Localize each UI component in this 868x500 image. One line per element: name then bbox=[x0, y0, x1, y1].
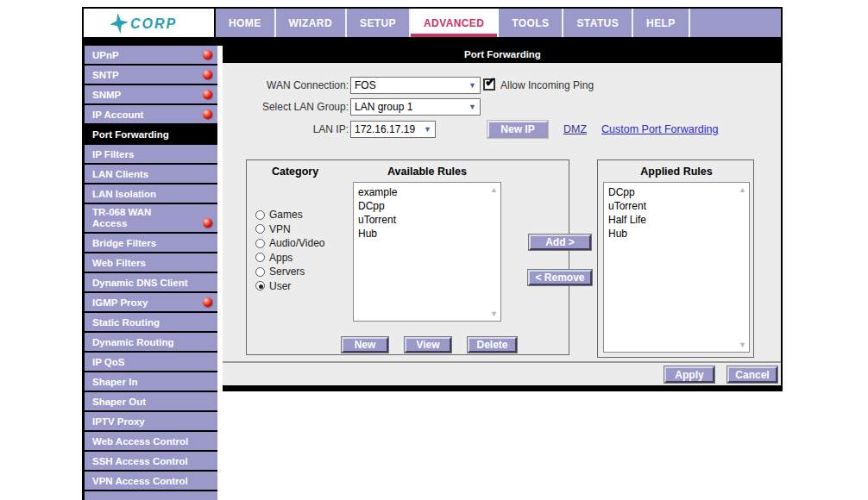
sidebar-item-shaper-out[interactable]: Shaper Out bbox=[85, 392, 217, 412]
nav-tab-wizard[interactable]: WIZARD bbox=[276, 9, 347, 37]
new-ip-button[interactable]: New IP bbox=[487, 121, 548, 138]
scroll-up-icon[interactable]: ▲ bbox=[739, 185, 746, 194]
sidebar-item-bridge-filters[interactable]: Bridge Filters bbox=[85, 234, 217, 253]
nav-tab-home[interactable]: HOME bbox=[216, 9, 276, 37]
sidebar-item-iptv-proxy[interactable]: IPTV Proxy bbox=[85, 412, 217, 432]
sidebar-item-web-access-control[interactable]: Web Access Control bbox=[85, 432, 217, 452]
sidebar-item-lan-isolation[interactable]: LAN Isolation bbox=[85, 184, 217, 204]
radio-vpn[interactable]: VPN bbox=[255, 222, 325, 237]
sidebar-item-dynamic-routing[interactable]: Dynamic Routing bbox=[85, 333, 217, 353]
top-nav-bar: CORP HOMEWIZARDSETUPADVANCEDTOOLSSTATUSH… bbox=[82, 7, 783, 39]
sidebar-item-label: Shaper In bbox=[92, 377, 137, 387]
radio-button-icon bbox=[255, 239, 265, 248]
category-panel: Category Available Rules GamesVPNAudio/V… bbox=[246, 159, 569, 355]
sidebar-item-label: Web Access Control bbox=[92, 436, 188, 447]
rule-item[interactable]: Half Life bbox=[604, 213, 749, 227]
allow-ping-label: Allow Incoming Ping bbox=[500, 79, 621, 91]
sidebar-item-label: Web Filters bbox=[92, 258, 146, 268]
sidebar-item-dynamic-dns-client[interactable]: Dynamic DNS Client bbox=[85, 273, 217, 293]
nav-tab-label: SETUP bbox=[360, 17, 396, 29]
nav-tab-label: STATUS bbox=[576, 17, 619, 29]
radio-audio-video[interactable]: Audio/Video bbox=[255, 236, 325, 251]
sidebar-item-sntp[interactable]: SNTP bbox=[85, 66, 217, 85]
sidebar-item-web-filters[interactable]: Web Filters bbox=[85, 253, 217, 273]
radio-apps[interactable]: Apps bbox=[255, 251, 325, 266]
sidebar-item-ip-qos[interactable]: IP QoS bbox=[85, 353, 217, 372]
sidebar-item-shaper-in[interactable]: Shaper In bbox=[85, 372, 217, 392]
sidebar-item-lan-clients[interactable]: LAN Clients bbox=[85, 165, 217, 184]
radio-games[interactable]: Games bbox=[255, 208, 325, 222]
dmz-link[interactable]: DMZ bbox=[563, 123, 587, 135]
category-heading: Category bbox=[247, 166, 343, 178]
applied-rules-listbox[interactable]: DCppuTorrentHalf LifeHub ▲ ▼ bbox=[603, 182, 750, 353]
sidebar-item-label: IP QoS bbox=[92, 357, 125, 367]
lan-group-value: LAN group 1 bbox=[355, 101, 465, 113]
new-rule-button[interactable]: New bbox=[342, 337, 388, 353]
page-title: Port Forwarding bbox=[223, 46, 783, 63]
lan-group-select[interactable]: LAN group 1 ▼ bbox=[350, 98, 481, 116]
rule-item[interactable]: Hub bbox=[354, 227, 500, 241]
cancel-button[interactable]: Cancel bbox=[727, 366, 777, 383]
sidebar-item-port-forwarding[interactable]: Port Forwarding bbox=[85, 125, 217, 145]
view-rule-button[interactable]: View bbox=[405, 337, 451, 353]
sidebar-item-tr-068-wan-access[interactable]: TR-068 WAN Access bbox=[85, 204, 217, 234]
page: CORP HOMEWIZARDSETUPADVANCEDTOOLSSTATUSH… bbox=[0, 0, 868, 500]
custom-port-forwarding-link[interactable]: Custom Port Forwarding bbox=[601, 123, 718, 135]
add-rule-button[interactable]: Add > bbox=[529, 234, 591, 250]
allow-ping-checkbox[interactable]: ✔ bbox=[483, 78, 495, 91]
delete-rule-button[interactable]: Delete bbox=[468, 337, 517, 353]
chevron-down-icon: ▼ bbox=[420, 125, 431, 134]
sidebar-item-label: IP Account bbox=[92, 109, 143, 120]
available-rules-listbox[interactable]: exampleDCppuTorrentHub ▲ ▼ bbox=[353, 182, 501, 322]
sidebar-item-ip-account[interactable]: IP Account bbox=[85, 105, 217, 125]
sidebar-item-ip-filters[interactable]: IP Filters bbox=[85, 145, 217, 165]
sidebar-item-snmp[interactable]: SNMP bbox=[85, 85, 217, 105]
scroll-down-icon[interactable]: ▼ bbox=[490, 309, 498, 318]
sidebar-item-ssh-access-control[interactable]: SSH Access Control bbox=[85, 452, 217, 472]
sidebar: UPnPSNTPSNMPIP AccountPort ForwardingIP … bbox=[82, 46, 217, 500]
nav-tab-advanced[interactable]: ADVANCED bbox=[411, 9, 499, 37]
sidebar-item-static-routing[interactable]: Static Routing bbox=[85, 313, 217, 333]
radio-button-icon bbox=[255, 281, 265, 291]
rule-item[interactable]: example bbox=[354, 183, 500, 199]
chevron-down-icon: ▼ bbox=[465, 103, 476, 111]
radio-servers[interactable]: Servers bbox=[255, 265, 325, 279]
wan-connection-select[interactable]: FOS ▼ bbox=[350, 77, 481, 94]
rule-item[interactable]: Hub bbox=[604, 227, 749, 241]
radio-button-icon bbox=[255, 253, 265, 262]
footer-divider bbox=[223, 361, 781, 363]
lan-ip-select[interactable]: 172.16.17.19 ▼ bbox=[350, 121, 436, 138]
scroll-up-icon[interactable]: ▲ bbox=[490, 185, 498, 194]
sidebar-filler bbox=[85, 491, 217, 500]
sidebar-item-label: LAN Isolation bbox=[92, 189, 156, 199]
radio-label: User bbox=[269, 280, 291, 292]
sidebar-item-upnp[interactable]: UPnP bbox=[85, 46, 217, 66]
wan-connection-value: FOS bbox=[355, 79, 465, 91]
wan-connection-label: WAN Connection: bbox=[223, 79, 349, 91]
checkmark-icon: ✔ bbox=[485, 74, 496, 90]
lan-ip-value: 172.16.17.19 bbox=[355, 123, 420, 135]
remove-rule-button[interactable]: < Remove bbox=[528, 270, 592, 285]
applied-rules-heading: Applied Rules bbox=[598, 166, 755, 178]
apply-button[interactable]: Apply bbox=[664, 366, 714, 383]
nav-tab-setup[interactable]: SETUP bbox=[347, 9, 411, 37]
sidebar-item-vpn-access-control[interactable]: VPN Access Control bbox=[85, 472, 217, 491]
radio-user[interactable]: User bbox=[255, 279, 325, 294]
alert-icon bbox=[203, 297, 212, 307]
sidebar-item-igmp-proxy[interactable]: IGMP Proxy bbox=[85, 293, 217, 313]
sidebar-item-label: Port Forwarding bbox=[92, 129, 169, 140]
lan-ip-label: LAN IP: bbox=[223, 123, 349, 135]
rule-item[interactable]: DCpp bbox=[604, 183, 749, 199]
sidebar-item-label: IPTV Proxy bbox=[92, 416, 145, 427]
scroll-down-icon[interactable]: ▼ bbox=[739, 341, 746, 349]
radio-label: Apps bbox=[269, 252, 292, 264]
nav-tab-help[interactable]: HELP bbox=[633, 9, 690, 37]
rule-item[interactable]: uTorrent bbox=[354, 213, 500, 227]
rule-item[interactable]: DCpp bbox=[354, 199, 500, 213]
radio-label: Servers bbox=[269, 266, 305, 278]
sidebar-item-label: IGMP Proxy bbox=[92, 297, 148, 308]
nav-tab-tools[interactable]: TOOLS bbox=[499, 9, 563, 37]
nav-tab-status[interactable]: STATUS bbox=[563, 9, 633, 37]
rule-item[interactable]: uTorrent bbox=[604, 199, 749, 213]
radio-label: Audio/Video bbox=[269, 237, 325, 249]
